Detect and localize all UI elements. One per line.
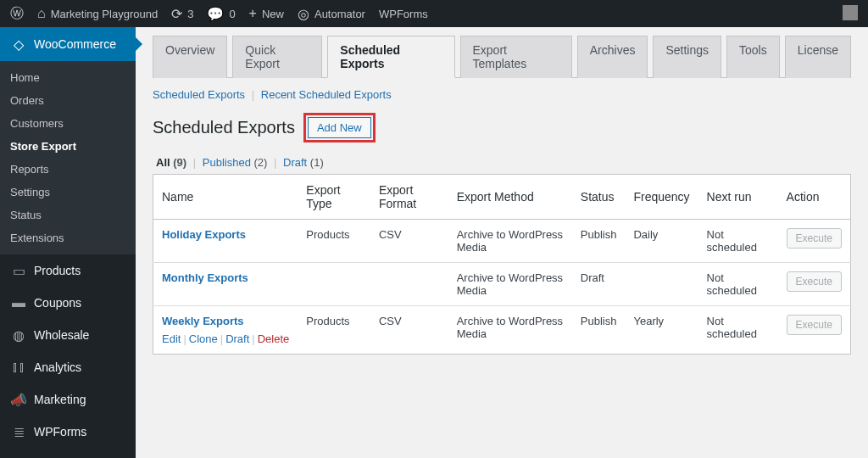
column-header[interactable]: Frequency xyxy=(625,175,698,220)
link-recent-scheduled-exports[interactable]: Recent Scheduled Exports xyxy=(261,88,392,101)
new-link[interactable]: +New xyxy=(249,6,284,21)
sidebar-subitem[interactable]: Orders xyxy=(0,89,136,112)
column-header[interactable]: Export Format xyxy=(370,175,448,220)
menu-icon: ≣ xyxy=(10,423,27,440)
column-header[interactable]: Next run xyxy=(698,175,778,220)
execute-button[interactable]: Execute xyxy=(787,315,842,335)
table-row: Holiday ExportsProductsCSVArchive to Wor… xyxy=(153,220,851,263)
tab[interactable]: Tools xyxy=(726,36,780,78)
filter-all[interactable]: All (9) xyxy=(156,156,186,169)
sidebar-subitem[interactable]: Extensions xyxy=(0,226,136,249)
admin-sidebar: ◇ WooCommerce HomeOrdersCustomersStore E… xyxy=(0,27,136,458)
column-header[interactable]: Action xyxy=(778,175,851,220)
row-actions: Edit|Clone|Draft|Delete xyxy=(162,332,289,345)
tab[interactable]: License xyxy=(785,36,851,78)
sidebar-subitem[interactable]: Home xyxy=(0,66,136,89)
menu-icon: ⫿⫿ xyxy=(10,359,27,376)
exports-table: NameExport TypeExport FormatExport Metho… xyxy=(153,174,851,355)
sidebar-subitem[interactable]: Settings xyxy=(0,181,136,204)
filter-published[interactable]: Published (2) xyxy=(203,156,268,169)
site-link[interactable]: ⌂Marketing Playground xyxy=(37,6,158,21)
menu-icon: ▬ xyxy=(10,294,27,311)
tab[interactable]: Scheduled Exports xyxy=(327,36,454,78)
filter-draft[interactable]: Draft (1) xyxy=(283,156,324,169)
refresh-icon: ⟳ xyxy=(171,6,182,22)
menu-icon: 📣 xyxy=(10,391,27,408)
admin-bar: ⓦ ⌂Marketing Playground ⟳3 💬0 +New ◎Auto… xyxy=(0,0,868,27)
plus-icon: + xyxy=(249,6,257,21)
tabs-nav: OverviewQuick ExportScheduled ExportsExp… xyxy=(153,36,851,78)
execute-button[interactable]: Execute xyxy=(787,228,842,249)
comments-link[interactable]: 💬0 xyxy=(207,6,235,22)
row-title-link[interactable]: Weekly Exports xyxy=(162,315,244,327)
sidebar-subitem[interactable]: Customers xyxy=(0,112,136,135)
row-title-link[interactable]: Holiday Exports xyxy=(162,228,246,241)
sidebar-item[interactable]: 🖌Appearance xyxy=(0,448,136,458)
updates-link[interactable]: ⟳3 xyxy=(171,6,193,22)
sidebar-item[interactable]: ◍Wholesale xyxy=(0,319,136,351)
draft-link[interactable]: Draft xyxy=(225,332,249,345)
tab[interactable]: Settings xyxy=(653,36,721,78)
annotation-highlight: Add New xyxy=(303,113,376,142)
wpforms-link[interactable]: WPForms xyxy=(379,8,428,20)
avatar[interactable] xyxy=(843,5,858,20)
tab[interactable]: Export Templates xyxy=(460,36,572,78)
column-header[interactable]: Status xyxy=(572,175,626,220)
menu-icon: ◍ xyxy=(10,327,27,344)
delete-link[interactable]: Delete xyxy=(258,332,290,345)
row-title-link[interactable]: Monthly Exports xyxy=(162,271,248,284)
comment-icon: 💬 xyxy=(207,6,224,22)
sidebar-item[interactable]: 📣Marketing xyxy=(0,383,136,416)
page-title: Scheduled Exports xyxy=(153,118,295,137)
column-header[interactable]: Export Type xyxy=(298,175,370,220)
woocommerce-icon: ◇ xyxy=(10,36,27,53)
wp-logo[interactable]: ⓦ xyxy=(10,5,24,23)
table-row: Weekly ExportsEdit|Clone|Draft|DeletePro… xyxy=(153,306,851,355)
tab[interactable]: Archives xyxy=(577,36,648,78)
sidebar-subitem[interactable]: Status xyxy=(0,204,136,226)
sidebar-item[interactable]: ▭Products xyxy=(0,254,136,287)
execute-button[interactable]: Execute xyxy=(787,271,842,292)
automator-link[interactable]: ◎Automator xyxy=(298,6,365,22)
menu-icon: ▭ xyxy=(10,262,27,279)
edit-link[interactable]: Edit xyxy=(162,332,181,345)
sidebar-item[interactable]: ≣WPForms xyxy=(0,416,136,448)
column-header[interactable]: Export Method xyxy=(448,175,572,220)
tab[interactable]: Quick Export xyxy=(232,36,322,78)
sidebar-item-woocommerce[interactable]: ◇ WooCommerce xyxy=(0,27,136,61)
sidebar-item[interactable]: ▬Coupons xyxy=(0,287,136,319)
robot-icon: ◎ xyxy=(298,6,309,22)
subsubsub-links: Scheduled Exports | Recent Scheduled Exp… xyxy=(153,88,851,101)
sidebar-subitem[interactable]: Reports xyxy=(0,158,136,181)
clone-link[interactable]: Clone xyxy=(189,332,218,345)
column-header[interactable]: Name xyxy=(153,175,298,220)
status-filters: All (9) | Published (2) | Draft (1) xyxy=(156,156,851,169)
sidebar-subitem[interactable]: Store Export xyxy=(0,135,136,158)
add-new-button[interactable]: Add New xyxy=(308,117,371,138)
tab[interactable]: Overview xyxy=(153,36,227,78)
table-row: Monthly ExportsArchive to WordPress Medi… xyxy=(153,263,851,306)
sidebar-item[interactable]: ⫿⫿Analytics xyxy=(0,351,136,383)
wordpress-icon: ⓦ xyxy=(10,5,24,23)
home-icon: ⌂ xyxy=(37,6,46,21)
link-scheduled-exports[interactable]: Scheduled Exports xyxy=(153,88,245,101)
